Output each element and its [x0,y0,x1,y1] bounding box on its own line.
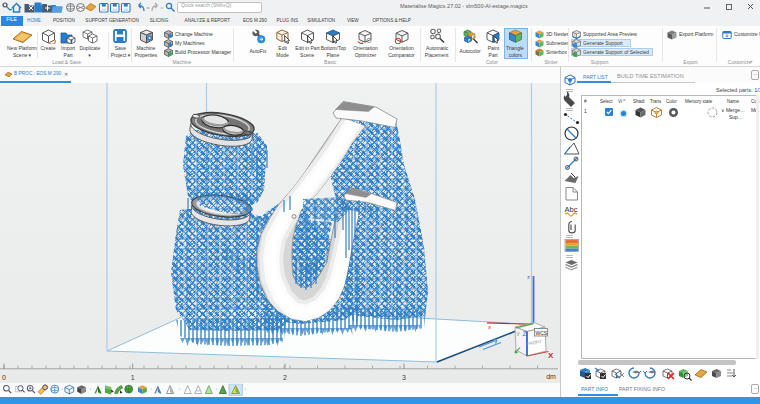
svg-text:x: x [488,324,491,330]
svg-text:dm: dm [546,373,556,380]
svg-text:0: 0 [2,374,6,381]
svg-text:2: 2 [283,374,287,381]
svg-text:WCS: WCS [536,330,548,336]
svg-text:3: 3 [402,374,406,381]
svg-text:X: X [548,351,554,360]
svg-text:Z: Z [523,330,527,337]
svg-text:z: z [527,274,530,280]
svg-text:1: 1 [131,374,135,381]
